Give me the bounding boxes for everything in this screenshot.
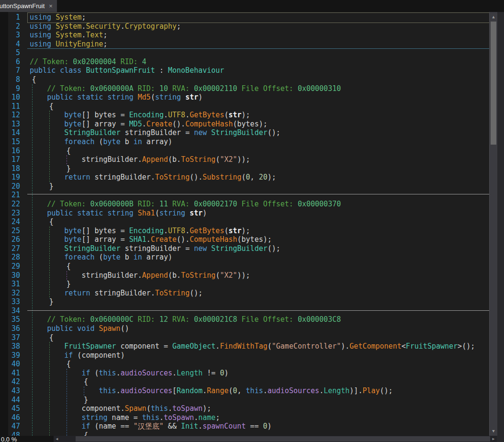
- token-c: RID:: [134, 200, 159, 208]
- token-c: // Token:: [47, 200, 90, 208]
- token-m: GetBytes: [190, 111, 224, 119]
- line-number: 23: [0, 209, 20, 218]
- token-w: );: [242, 111, 250, 119]
- token-w: ();: [380, 386, 393, 395]
- token-w: }: [84, 396, 88, 404]
- token-c: RID:: [134, 84, 159, 93]
- token-m: GetBytes: [190, 227, 224, 235]
- member-separator: [27, 310, 490, 311]
- token-k: using: [30, 40, 56, 48]
- token-w: {: [49, 333, 54, 342]
- token-k: this: [142, 413, 159, 422]
- vertical-scrollbar[interactable]: ▲ ▼: [489, 12, 497, 436]
- token-k: new: [194, 128, 211, 137]
- token-w: array): [142, 137, 172, 146]
- code-line: foreach (byte b in array): [64, 137, 172, 147]
- token-w: [: [172, 386, 177, 395]
- zoom-level[interactable]: 0.0 %: [1, 436, 17, 442]
- indent-guide: [49, 227, 50, 298]
- token-c: // Token:: [47, 84, 90, 93]
- token-c: RVA:: [168, 200, 194, 208]
- token-w: (: [94, 137, 103, 146]
- token-w: .: [121, 22, 125, 31]
- token-w: ().: [190, 173, 202, 181]
- token-w: (: [94, 253, 103, 261]
- code-line: {: [49, 102, 54, 111]
- token-w: ().: [172, 120, 185, 128]
- line-number: 25: [0, 227, 20, 236]
- token-t: StringBuilder: [64, 128, 120, 137]
- token-w: );: [242, 227, 250, 235]
- line-number: 19: [0, 173, 20, 182]
- token-w: stringBuilder.: [81, 155, 142, 164]
- token-v: 0x00000310: [298, 84, 341, 93]
- scroll-down-icon[interactable]: ▼: [490, 427, 497, 435]
- horizontal-scrollbar[interactable]: 0.0 % ◀ ▶: [0, 436, 504, 442]
- token-c: RID:: [134, 315, 159, 324]
- line-number: 44: [0, 396, 20, 405]
- token-w: (): [121, 324, 129, 333]
- scroll-up-icon[interactable]: ▲: [490, 13, 497, 21]
- scroll-right-icon[interactable]: ▶: [490, 436, 497, 442]
- token-k: foreach: [64, 253, 94, 261]
- line-number: 41: [0, 369, 20, 378]
- token-w: ));: [237, 155, 250, 164]
- token-w: ,: [250, 173, 259, 181]
- line-number: 43: [0, 386, 20, 396]
- code-line: public class ButtonSpawnFruit : MonoBeha…: [30, 66, 224, 75]
- tab-close-icon[interactable]: ×: [49, 2, 53, 10]
- token-f: audioSources: [121, 369, 172, 377]
- token-k: byte: [103, 253, 121, 261]
- tab-title: ButtonSpawnFruit: [0, 2, 45, 10]
- code-line: // Token: 0x0600000A RID: 10 RVA: 0x0000…: [47, 84, 341, 93]
- code-line: FruitSpawner component = GameObject.Find…: [64, 342, 475, 351]
- token-c: File Offset:: [237, 315, 298, 324]
- token-w: stringBuilder.: [81, 271, 142, 280]
- token-m: GetComponent: [349, 342, 401, 351]
- code-line: byte[] bytes = Encoding.UTF8.GetBytes(st…: [64, 227, 250, 236]
- scroll-left-icon[interactable]: ◀: [54, 436, 60, 442]
- scrollbar-corner: [497, 436, 504, 442]
- code-line: using System.Security.Cryptography;: [30, 22, 181, 31]
- token-c: RID:: [116, 57, 142, 66]
- token-w: array): [142, 253, 172, 261]
- token-d: 0: [263, 422, 268, 431]
- token-m: ToString: [181, 271, 215, 280]
- token-w: );: [202, 404, 211, 413]
- token-m: ToString: [155, 289, 190, 297]
- token-v: 0x000003C8: [298, 315, 341, 324]
- token-t: FruitSpawner: [406, 342, 458, 351]
- token-k: foreach: [64, 137, 94, 146]
- token-w: {: [49, 217, 54, 226]
- token-w: .: [263, 386, 268, 395]
- token-w: ();: [268, 128, 280, 137]
- token-n: Text: [86, 31, 103, 39]
- token-d: 20: [259, 173, 268, 181]
- horizontal-scroll-thumb[interactable]: [76, 436, 490, 442]
- code-line: }: [84, 396, 88, 405]
- token-v: 0x0600000C: [90, 315, 133, 324]
- token-w: (: [146, 404, 151, 413]
- line-number: 32: [0, 289, 20, 298]
- code-line: {: [67, 147, 71, 156]
- token-w: <: [402, 342, 406, 351]
- line-number: 21: [0, 191, 20, 200]
- token-m: Spawn: [125, 404, 146, 413]
- tab-buttonspawnfruit[interactable]: ButtonSpawnFruit ×: [0, 0, 57, 12]
- token-t: MonoBehaviour: [168, 66, 224, 75]
- token-w: (b.: [168, 271, 181, 280]
- token-p: Length: [177, 369, 202, 377]
- vertical-scroll-thumb[interactable]: [491, 22, 496, 145]
- token-m: Substring: [202, 173, 241, 181]
- token-k: this: [99, 369, 116, 377]
- token-k: if: [81, 369, 90, 377]
- token-n: System: [56, 22, 81, 31]
- token-w: .: [185, 111, 190, 119]
- indent-guide: [49, 111, 50, 182]
- token-k: if: [81, 422, 90, 431]
- token-k: using: [30, 13, 56, 22]
- line-number: 13: [0, 120, 20, 129]
- code-line: string name = this.toSpawn.name;: [81, 413, 220, 422]
- code-line: StringBuilder stringBuilder = new String…: [64, 244, 280, 253]
- token-k: using: [30, 22, 56, 31]
